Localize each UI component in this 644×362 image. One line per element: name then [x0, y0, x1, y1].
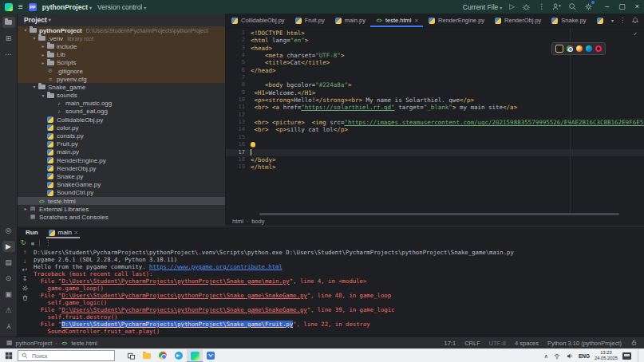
code-with-me-icon[interactable] [552, 2, 561, 11]
tree-item-external-libraries[interactable]: ▸▤External Libraries [18, 205, 225, 213]
more-actions-icon[interactable]: ⋮ [538, 3, 545, 10]
run-button[interactable]: ▷ [509, 3, 515, 10]
tab-renderengine-py[interactable]: RenderEngine.py [423, 14, 489, 27]
run-tab-main[interactable]: main × [46, 226, 80, 238]
close-button[interactable]: × [635, 3, 639, 10]
tree-item-sound-eat-ogg[interactable]: ♪sound_eat.ogg [18, 108, 225, 116]
notifications-bell-icon[interactable] [631, 16, 639, 26]
tree-item-main-music-ogg[interactable]: ♪main_music.ogg [18, 100, 225, 108]
action-center-icon[interactable] [622, 352, 631, 360]
search-input[interactable] [30, 352, 97, 360]
tab-fruit-py[interactable]: Fruit.py [290, 14, 330, 27]
console-link[interactable]: https://www.pygame.org/contribute.html [149, 263, 282, 270]
close-icon[interactable]: × [74, 230, 78, 236]
chevron-right-icon[interactable]: ▸ [40, 44, 46, 49]
run-tool-icon[interactable]: ▶ [2, 241, 15, 252]
hidden-icons-chevron[interactable]: ∧ [544, 353, 548, 359]
maximize-button[interactable]: ▢ [618, 3, 626, 10]
indent-style[interactable]: 4 spaces [515, 340, 539, 347]
task-view-icon[interactable] [123, 349, 139, 362]
vcs-selector[interactable]: Version control▾ [97, 3, 146, 11]
show-desktop-button[interactable] [638, 349, 641, 362]
commit-tool-icon[interactable]: ◎ [2, 225, 15, 236]
tab-snake-py[interactable]: Snake.py [546, 14, 591, 27]
taskbar-clock[interactable]: 13:23 24.05.2025 [595, 350, 618, 360]
debug-tool-icon[interactable]: ⊙ [2, 273, 15, 284]
project-selector[interactable]: pythonProject▾ [42, 3, 92, 11]
code-area[interactable]: ✓ 1<!DOCTYPE html>2<html lang="en">3<hea… [226, 28, 644, 213]
structure-tool-icon[interactable]: ⊞ [2, 33, 15, 44]
soft-wrap-icon[interactable]: ↩ [22, 267, 28, 273]
prev-occurrence-icon[interactable]: ↑ [23, 250, 26, 256]
tree-item-scratches-and-consoles[interactable]: ▦Scratches and Consoles [18, 213, 225, 221]
app-icon[interactable] [203, 349, 219, 362]
services-tool-icon[interactable]: ▤ [2, 257, 15, 268]
tree-item-soundctrl-py[interactable]: SoundCtrl.py [18, 189, 225, 197]
tree-item-snake-game[interactable]: ▾Snake_game [18, 83, 225, 91]
statusbar-file[interactable]: teste.html [71, 340, 97, 347]
tree-item--venv[interactable]: ▾.venvlibrary root [18, 34, 225, 42]
volume-icon[interactable] [566, 348, 574, 362]
tree-item-fruit-py[interactable]: Fruit.py [18, 140, 225, 148]
tree-item-sounds[interactable]: ▾sounds [18, 92, 225, 100]
tree-item-color-py[interactable]: color.py [18, 124, 225, 132]
tree-item-pyvenv-cfg[interactable]: ≡pyvenv.cfg [18, 75, 225, 83]
run-console-output[interactable]: D:\Users\Student\PycharmProjects\pythonP… [32, 248, 644, 337]
chevron-right-icon[interactable]: ▸ [22, 207, 29, 211]
tree-item-collidableobj-py[interactable]: CollidableObj.py [18, 116, 225, 124]
python-interpreter[interactable]: Python 3.10 (pythonProject) [547, 340, 622, 347]
tree-item-consts-py[interactable]: consts.py [18, 132, 225, 140]
tree-item-renderengine-py[interactable]: RenderEngine.py [18, 156, 225, 164]
more-tools-icon[interactable]: ⋯ [2, 49, 15, 60]
scrollbar-thumb[interactable] [259, 213, 619, 215]
run-config-selector[interactable]: Current File▾ [463, 3, 502, 11]
scroll-to-end-icon[interactable]: ↧ [22, 276, 28, 282]
close-icon[interactable]: × [414, 18, 418, 24]
stop-button[interactable]: ■ [31, 241, 34, 246]
chevron-down-icon[interactable]: ▾ [31, 36, 38, 41]
tree-item-snake-py[interactable]: Snake.py [18, 172, 225, 180]
debug-button[interactable] [522, 2, 531, 11]
tree-item-teste-html[interactable]: <>teste.html [18, 197, 225, 205]
breadcrumb-html[interactable]: html [232, 218, 243, 225]
chevron-right-icon[interactable]: ▸ [40, 61, 46, 65]
tool-window-toggle-icon[interactable]: ▦ [6, 340, 13, 346]
chrome-icon[interactable] [567, 45, 573, 52]
project-panel-header[interactable]: Project▾ [18, 14, 225, 26]
console-link[interactable]: D:\Users\Student\PycharmProjects\pythonP… [61, 277, 290, 285]
next-occurrence-icon[interactable]: ↓ [23, 258, 26, 265]
language-indicator[interactable]: ENG [579, 353, 590, 359]
caret-position[interactable]: 17:1 [444, 340, 456, 347]
line-ending[interactable]: CRLF [464, 340, 480, 347]
tree-item-include[interactable]: ▸include [18, 42, 225, 50]
telegram-icon[interactable] [171, 349, 187, 362]
tab-teste-html[interactable]: <>teste.html× [370, 14, 423, 27]
main-menu-icon[interactable]: ≡ [18, 3, 23, 11]
lock-icon[interactable] [630, 339, 638, 348]
firefox-icon[interactable] [576, 45, 583, 52]
git-branch-icon[interactable]: Υ [2, 321, 15, 332]
console-link[interactable]: D:\Users\Student\PycharmProjects\pythonP… [61, 321, 293, 328]
intention-bulb-icon[interactable] [251, 142, 255, 147]
project-tool-icon[interactable] [2, 17, 15, 28]
horizontal-scrollbar[interactable] [226, 213, 644, 216]
breadcrumb-body[interactable]: body [251, 218, 264, 225]
opera-icon[interactable] [595, 45, 602, 52]
statusbar-project[interactable]: pythonProject [16, 340, 53, 347]
file-explorer-icon[interactable] [139, 349, 155, 362]
edge-icon[interactable] [586, 45, 592, 52]
tree-item-scripts[interactable]: ▸Scripts [18, 59, 225, 67]
tab-list-chevron-icon[interactable]: ▾ [611, 18, 614, 23]
pycharm-taskbar-icon[interactable] [187, 349, 203, 362]
tab-more-icon[interactable]: ⋮ [619, 18, 626, 24]
taskbar-search[interactable] [18, 350, 115, 361]
chevron-down-icon[interactable]: ▾ [31, 85, 38, 89]
tree-item-renderobj-py[interactable]: RenderObj.py [18, 164, 225, 172]
rerun-button[interactable]: ↻ [21, 240, 26, 246]
search-icon[interactable] [568, 2, 577, 11]
tab-renderobj-py[interactable]: RenderObj.py [489, 14, 546, 27]
chevron-down-icon[interactable]: ▾ [40, 93, 46, 98]
tree-item-snakegame-py[interactable]: SnakeGame.py [18, 181, 225, 189]
console-link[interactable]: D:\Users\Student\PycharmProjects\pythonP… [61, 306, 307, 313]
tree-item-pythonproject[interactable]: ▾pythonProjectD:\Users\Student\PycharmPr… [18, 26, 225, 34]
